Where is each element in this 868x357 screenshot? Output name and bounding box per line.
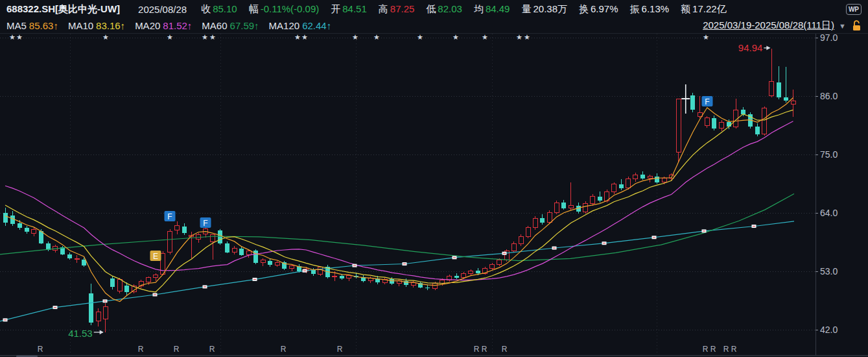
unlock-icon[interactable] (852, 20, 862, 31)
candlestick-chart-canvas[interactable]: EFFF★★★★★★★★★★★★★★★★94.9441.53RRRRRRRRRR… (0, 0, 868, 357)
wp-logo-icon[interactable]: WP (846, 4, 862, 15)
quote-field-5: 均84.49 (474, 3, 510, 14)
r-mark: R (138, 345, 144, 354)
ma-label: MA60 (202, 20, 227, 31)
y-tick-label: 75.0 (820, 149, 838, 160)
field-value: 17.22亿 (692, 3, 727, 14)
star-icon: ★ (482, 33, 488, 41)
low-price-label: 41.53 (68, 328, 93, 339)
field-label: 振 (630, 3, 640, 14)
field-value: 6.97% (591, 3, 618, 14)
quote-field-1: 幅-0.11%(-0.09) (249, 3, 320, 14)
star-icon: ★ (9, 33, 16, 41)
r-mark: R (731, 345, 737, 354)
quote-field-9: 额17.22亿 (681, 3, 727, 14)
field-label: 换 (579, 3, 589, 14)
ma-value: 62.44↑ (302, 20, 331, 31)
range-controls: 2025/03/19-2025/08/28(111日) ▼ (703, 19, 862, 32)
field-label: 幅 (249, 3, 259, 14)
star-icon: ★ (417, 33, 423, 41)
ma-value: 83.16↑ (96, 20, 125, 31)
chart-svg: EFFF★★★★★★★★★★★★★★★★94.9441.53RRRRRRRRRR… (0, 0, 868, 357)
field-label: 量 (521, 3, 531, 14)
ma-label: MA5 (6, 20, 27, 31)
field-value: 6.13% (642, 3, 670, 14)
quote-fields: 收85.10幅-0.11%(-0.09)开84.51高87.25低82.03均8… (201, 3, 738, 16)
r-mark: R (38, 345, 43, 354)
star-icon: ★ (167, 33, 173, 41)
r-mark: R (337, 345, 343, 354)
ma-value: 85.63↑ (29, 20, 58, 31)
star-icon: ★ (373, 33, 380, 41)
y-tick-label: 42.0 (820, 325, 838, 335)
quote-field-8: 振6.13% (630, 3, 670, 14)
star-icon: ★ (703, 33, 709, 41)
quote-field-4: 低82.03 (426, 3, 462, 14)
quote-date: 2025/08/28 (138, 4, 187, 15)
y-tick-label: 86.0 (820, 91, 838, 101)
r-mark: R (723, 345, 729, 354)
r-mark: R (174, 345, 180, 354)
quote-field-7: 换6.97% (579, 3, 618, 14)
quote-field-3: 高87.25 (379, 3, 415, 14)
price-annotations: 94.9441.53 (68, 42, 770, 339)
plot-borders (0, 34, 868, 356)
field-value: 84.51 (342, 3, 367, 14)
svg-text:F: F (167, 212, 172, 221)
field-label: 低 (426, 3, 436, 14)
field-value: 85.10 (213, 3, 237, 14)
r-mark: R (281, 345, 287, 354)
star-icon: ★ (16, 33, 23, 41)
r-mark: R (502, 345, 508, 354)
ma-label: MA20 (135, 20, 160, 31)
field-value: 82.03 (438, 3, 462, 14)
r-event-marks: RRRRRRRRRRRRR (38, 345, 737, 354)
quote-header: 688322.SH[奥比中光-UW] 2025/08/28 收85.10幅-0.… (0, 0, 868, 18)
ma-item-ma5: MA585.63↑ (6, 20, 58, 31)
field-label: 开 (331, 3, 340, 14)
r-mark: R (703, 345, 709, 354)
y-tick-label: 53.0 (820, 266, 838, 277)
ma-item-ma120: MA12062.44↑ (269, 20, 332, 31)
star-icon: ★ (102, 33, 109, 41)
star-icon: ★ (209, 33, 216, 41)
r-mark: R (474, 345, 480, 354)
field-label: 均 (474, 3, 484, 14)
date-range-selector[interactable]: 2025/03/19-2025/08/28(111日) (703, 19, 834, 32)
field-value: -0.11%(-0.09) (261, 3, 320, 14)
ma-item-ma20: MA2081.52↑ (135, 20, 192, 31)
ma-value: 81.52↑ (163, 20, 192, 31)
ma-item-ma60: MA6067.59↑ (202, 20, 259, 31)
y-tick-label: 97.0 (820, 32, 838, 43)
svg-text:F: F (203, 219, 207, 228)
ma-item-ma10: MA1083.16↑ (68, 20, 125, 31)
announcement-stars: ★★★★★★★★★★★★★★★★ (9, 33, 709, 41)
chevron-down-icon[interactable]: ▼ (839, 22, 846, 30)
quote-field-2: 开84.51 (331, 3, 367, 14)
ma20-line (5, 121, 793, 280)
ma-label: MA10 (68, 20, 93, 31)
r-mark: R (482, 345, 487, 354)
star-icon: ★ (524, 33, 530, 41)
field-value: 20.38万 (533, 3, 567, 14)
stock-chart-window: 688322.SH[奥比中光-UW] 2025/08/28 收85.10幅-0.… (0, 0, 868, 357)
field-label: 收 (201, 3, 211, 14)
y-axis-labels: 97.086.075.064.053.042.0 (815, 32, 838, 335)
star-icon: ★ (294, 33, 301, 41)
star-icon: ★ (516, 33, 522, 41)
ma120-markers (3, 225, 757, 321)
star-icon: ★ (452, 33, 459, 41)
month-gridlines (70, 34, 657, 354)
field-label: 高 (379, 3, 388, 14)
y-tick-label: 64.0 (820, 208, 838, 218)
ma-value: 67.59↑ (230, 20, 259, 31)
svg-text:F: F (705, 97, 709, 106)
r-mark: R (710, 345, 716, 354)
star-icon: ★ (352, 33, 358, 41)
quote-field-6: 量20.38万 (521, 3, 567, 14)
svg-text:E: E (153, 252, 158, 261)
ma5-line (5, 98, 793, 302)
ma60-line (0, 194, 794, 261)
quote-field-0: 收85.10 (201, 3, 237, 14)
field-value: 84.49 (486, 3, 510, 14)
